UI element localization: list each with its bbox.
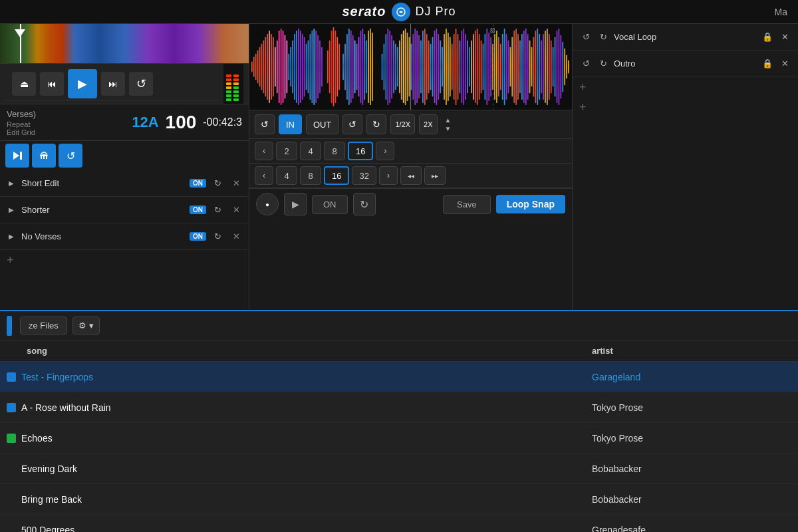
svg-rect-49: [346, 34, 348, 100]
rsl-sync-1[interactable]: ↻: [597, 32, 610, 42]
next-button[interactable]: ⏭: [101, 72, 125, 96]
svg-rect-24: [292, 41, 293, 93]
eject-button[interactable]: ⏏: [12, 72, 36, 96]
svg-rect-157: [564, 49, 565, 86]
loop-size-16-active[interactable]: 16: [348, 142, 373, 160]
loop-nudge-right[interactable]: ▸▸: [424, 166, 446, 185]
rsl-add-button[interactable]: +: [573, 77, 593, 97]
loop-item-delete-3[interactable]: ✕: [229, 229, 243, 244]
loop-item-play-1[interactable]: ▶: [5, 178, 17, 190]
rsl-lock-1[interactable]: 🔒: [761, 32, 774, 42]
loop-button[interactable]: ↺: [129, 72, 153, 96]
loop-sync-c[interactable]: ↻: [366, 114, 386, 134]
loop-reloop-1[interactable]: ↺: [255, 114, 275, 134]
rsl-reloop-1[interactable]: ↺: [579, 32, 593, 42]
loop-item-sync-2[interactable]: ↻: [210, 203, 225, 217]
rsl-del-1[interactable]: ✕: [778, 32, 791, 42]
cue-button[interactable]: [5, 144, 29, 168]
loop-half-button[interactable]: 1/2X: [390, 114, 415, 134]
loop-item-delete-2[interactable]: ✕: [229, 203, 243, 217]
track-row-1[interactable]: Test - Fingerpops Garageland: [0, 362, 798, 392]
loop-size-prev-2[interactable]: ‹: [255, 166, 273, 185]
svg-rect-43: [333, 27, 334, 106]
add-loop-button[interactable]: +: [0, 250, 21, 270]
loop-size-8b[interactable]: 8: [300, 166, 321, 185]
svg-rect-151: [553, 47, 554, 87]
loop-item-delete-1[interactable]: ✕: [229, 176, 243, 191]
rsl-reloop-2[interactable]: ↺: [579, 59, 593, 68]
bt-loopsnap[interactable]: Loop Snap: [496, 195, 565, 213]
rsl-add-button-2[interactable]: +: [573, 97, 593, 117]
track-indicator-6: [7, 525, 16, 533]
track-row-3[interactable]: Echoes Tokyo Prose: [0, 423, 798, 454]
svg-rect-7: [259, 47, 261, 87]
loop-reloop-2[interactable]: ↺: [342, 114, 362, 134]
svg-rect-89: [432, 37, 434, 96]
loop-item-sync-1[interactable]: ↻: [210, 176, 225, 191]
rsl-sync-2[interactable]: ↻: [597, 59, 610, 68]
loop-out-button[interactable]: OUT: [306, 114, 338, 134]
svg-rect-91: [436, 29, 437, 105]
headphone-button[interactable]: [32, 144, 56, 168]
svg-rect-124: [500, 44, 501, 90]
svg-rect-133: [517, 34, 519, 100]
svg-rect-76: [407, 33, 408, 101]
svg-rect-86: [426, 34, 428, 100]
loop-size-8[interactable]: 8: [324, 142, 345, 160]
rsl-del-2[interactable]: ✕: [778, 59, 791, 68]
svg-rect-94: [442, 47, 443, 87]
track-row-6[interactable]: 500 Degrees Grenadesafe: [0, 515, 798, 532]
loop-size-next-2[interactable]: ›: [379, 166, 398, 185]
loop-size-next-1[interactable]: ›: [376, 142, 394, 160]
track-row-5[interactable]: Bring me Back Bobabacker: [0, 484, 798, 515]
svg-rect-77: [409, 37, 410, 96]
play-button[interactable]: ▶: [68, 69, 97, 98]
track-row-2[interactable]: A - Rose without Rain Tokyo Prose: [0, 392, 798, 423]
rsl-name-2: Outro: [614, 59, 757, 68]
prev-button[interactable]: ⏮: [40, 72, 64, 96]
bt-on[interactable]: ON: [312, 195, 348, 214]
loop-item-sync-3[interactable]: ↻: [210, 229, 225, 244]
svg-rect-37: [317, 35, 319, 98]
loop-size-16b-active[interactable]: 16: [324, 166, 349, 185]
svg-rect-138: [527, 34, 529, 100]
dj-pro-text: DJ Pro: [416, 5, 456, 19]
svg-rect-4: [253, 57, 255, 77]
svg-rect-159: [568, 61, 569, 74]
loop-size-4[interactable]: 4: [300, 142, 321, 160]
svg-rect-25: [294, 34, 295, 100]
track-row-4[interactable]: Evening Dark Bobabacker: [0, 454, 798, 484]
loop-double-button[interactable]: 2X: [419, 114, 437, 134]
svg-rect-56: [360, 31, 362, 103]
svg-rect-103: [460, 41, 461, 93]
bt-play[interactable]: ▶: [284, 193, 307, 215]
bt-sync[interactable]: ↻: [353, 193, 376, 215]
top-bar: serato DJ Pro Ma: [0, 0, 798, 24]
loop-item-play-2[interactable]: ▶: [5, 204, 17, 216]
svg-rect-108: [469, 47, 470, 87]
gear-settings-button[interactable]: ⚙ ▾: [72, 317, 100, 334]
loop-size-prev-1[interactable]: ‹: [255, 142, 273, 160]
svg-rect-80: [414, 29, 416, 105]
svg-rect-63: [382, 54, 383, 80]
bt-save[interactable]: Save: [443, 195, 491, 214]
loop-item-play-3[interactable]: ▶: [5, 231, 17, 243]
analyze-files-button[interactable]: ze Files: [20, 317, 67, 334]
loop-nudge-left[interactable]: ◂◂: [400, 166, 422, 185]
track-indicator-5: [7, 495, 16, 504]
loop-size-2[interactable]: 2: [276, 142, 297, 160]
svg-rect-9: [263, 41, 264, 93]
svg-rect-20: [285, 35, 286, 98]
svg-rect-84: [422, 31, 424, 103]
loop-in-button[interactable]: IN: [279, 114, 302, 134]
svg-rect-66: [387, 29, 388, 105]
sync-loop-button[interactable]: ↺: [59, 144, 82, 168]
mini-waveform: [0, 24, 249, 64]
bt-circle[interactable]: ●: [256, 193, 279, 215]
track-artist-4: Bobabacker: [592, 464, 791, 474]
svg-rect-75: [405, 29, 406, 105]
loop-size-32[interactable]: 32: [352, 166, 376, 185]
rsl-lock-2[interactable]: 🔒: [761, 59, 774, 68]
svg-rect-141: [533, 37, 535, 96]
loop-size-4b[interactable]: 4: [276, 166, 297, 185]
